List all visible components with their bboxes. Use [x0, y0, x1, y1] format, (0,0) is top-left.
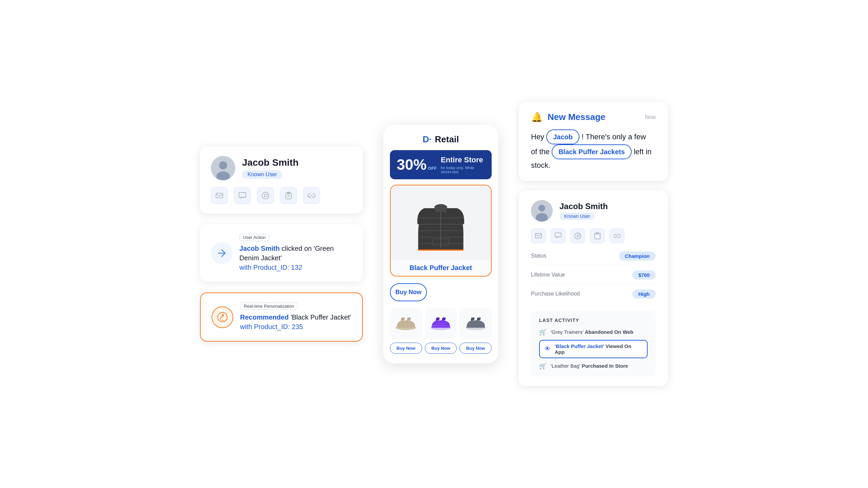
app-logo-text: Retail — [435, 134, 459, 145]
activity-item-3: 🛒 'Leather Bag' Purchased In Store — [539, 362, 648, 370]
promo-percent: 30% — [397, 157, 427, 172]
svg-point-8 — [218, 312, 227, 322]
svg-rect-20 — [555, 233, 561, 237]
lifetime-row: Lifetime Value $700 — [531, 270, 656, 284]
svg-rect-3 — [216, 193, 223, 198]
email-channel-icon[interactable] — [211, 187, 228, 204]
bell-icon: 🔔 — [531, 111, 543, 123]
shoe-item-1 — [390, 308, 422, 339]
message-card: 🔔 New Message Now Hey Jacob ! There's on… — [519, 102, 668, 181]
status-label: Status — [531, 253, 546, 259]
whatsapp-channel-icon[interactable] — [257, 187, 274, 204]
personalization-action: Recommended — [240, 313, 289, 321]
right-panel: 🔔 New Message Now Hey Jacob ! There's on… — [519, 102, 668, 386]
status-row: Status Champion — [531, 251, 656, 265]
profile-badge: Known User — [559, 212, 595, 220]
promo-banner: 30% OFF Entire Store for today only. Whi… — [390, 150, 492, 179]
status-value: Champion — [619, 251, 656, 261]
promo-text-wrap: Entire Store for today only. While stock… — [441, 156, 485, 174]
user-action-card: User Action Jacob Smith clicked on 'Gree… — [200, 224, 363, 282]
app-logo-icon: D· — [423, 134, 432, 145]
activity-item-2: 👁 'Black Puffer Jacket' Viewed On App — [539, 340, 648, 358]
svg-point-21 — [575, 233, 581, 239]
shoe-buy-button-3[interactable]: Buy Now — [459, 343, 492, 354]
message-title: 🔔 New Message — [531, 111, 606, 123]
featured-product: Black Puffer Jacket — [390, 185, 492, 277]
promo-percent-wrap: 30% OFF — [397, 157, 437, 172]
profile-phone-icon[interactable] — [570, 228, 585, 243]
app-header: D· Retail — [383, 125, 498, 150]
profile-name: Jacob Smith — [559, 202, 608, 211]
message-time: Now — [645, 114, 656, 120]
message-title-text: New Message — [548, 112, 606, 122]
mobile-app: D· Retail 30% OFF Entire Store for tod — [383, 125, 498, 363]
personalization-label: Real-time Personalization — [240, 303, 298, 310]
action-label: User Action — [239, 234, 269, 241]
link-channel-icon[interactable] — [303, 187, 320, 204]
chat-channel-icon[interactable] — [234, 187, 251, 204]
personalization-product: 'Black Puffer Jacket' — [289, 313, 351, 321]
profile-chat-icon[interactable] — [551, 228, 566, 243]
action-product-id: with Product_ID: 132 — [239, 264, 302, 271]
profile-header: Jacob Smith Known User — [531, 200, 656, 222]
user-info: Jacob Smith Known User — [211, 156, 352, 180]
cart-icon-2: 🛒 — [539, 362, 547, 370]
action-text: Jacob Smith clicked on 'Green Denim Jack… — [239, 244, 352, 272]
main-container: Jacob Smith Known User — [200, 102, 668, 386]
svg-rect-19 — [535, 233, 541, 238]
personalization-product-id: with Product_ID: 235 — [240, 323, 303, 330]
personalization-content: Real-time Personalization Recommended 'B… — [240, 303, 351, 331]
profile-email-icon[interactable] — [531, 228, 546, 243]
profile-channels — [531, 228, 656, 243]
lifetime-value: $700 — [632, 270, 656, 280]
personalization-icon — [212, 306, 233, 328]
personalization-text: Recommended 'Black Puffer Jacket' with P… — [240, 312, 351, 331]
activity-item-1: 🛒 'Grey Trainers' Abandoned On Web — [539, 328, 648, 336]
action-user-name: Jacob Smith — [239, 245, 280, 252]
svg-point-4 — [262, 192, 269, 199]
message-header: 🔔 New Message Now — [531, 111, 656, 123]
shoes-row — [383, 308, 498, 339]
user-details: Jacob Smith Known User — [242, 157, 298, 179]
promo-main: Entire Store — [441, 156, 485, 164]
message-text2: of the — [531, 147, 550, 156]
activity-title: LAST ACTIVITY — [539, 318, 648, 323]
promo-off: OFF — [428, 166, 437, 170]
svg-point-17 — [538, 205, 545, 211]
shoe-buy-button-2[interactable]: Buy Now — [425, 343, 457, 354]
shoe-buy-button-1[interactable]: Buy Now — [390, 343, 422, 354]
eye-icon: 👁 — [545, 345, 551, 352]
promo-sub: for today only. While stocks last. — [441, 166, 485, 174]
svg-point-9 — [222, 314, 223, 316]
app-logo: D· Retail — [423, 134, 459, 145]
personalization-card: Real-time Personalization Recommended 'B… — [200, 292, 363, 342]
message-name-pill: Jacob — [546, 129, 579, 144]
cart-icon-1: 🛒 — [539, 328, 547, 336]
profile-clipboard-icon[interactable] — [590, 228, 605, 243]
shoe-item-2 — [425, 308, 457, 339]
shoes-buy-row: Buy Now Buy Now Buy Now — [383, 343, 498, 354]
profile-link-icon[interactable] — [610, 228, 625, 243]
scene: Jacob Smith Known User — [0, 0, 868, 488]
profile-avatar — [531, 200, 553, 222]
user-card: Jacob Smith Known User — [200, 146, 363, 214]
shoe-item-3 — [459, 308, 492, 339]
action-icon — [211, 242, 233, 264]
activity-section: LAST ACTIVITY 🛒 'Grey Trainers' Abandone… — [531, 311, 656, 377]
profile-card: Jacob Smith Known User — [519, 190, 668, 386]
activity-text-2: 'Black Puffer Jacket' Viewed On App — [555, 343, 642, 355]
action-content: User Action Jacob Smith clicked on 'Gree… — [239, 234, 352, 272]
profile-name-wrap: Jacob Smith Known User — [559, 202, 608, 220]
channel-icons — [211, 187, 352, 204]
profile-stats: Status Champion Lifetime Value $700 Purc… — [531, 251, 656, 303]
activity-text-3: 'Leather Bag' Purchased In Store — [551, 363, 628, 369]
purchase-label: Purchase Likelihood — [531, 291, 580, 297]
center-panel: D· Retail 30% OFF Entire Store for tod — [383, 125, 498, 363]
activity-text-1: 'Grey Trainers' Abandoned On Web — [551, 329, 633, 335]
buy-now-button[interactable]: Buy Now — [390, 283, 427, 301]
message-body: Hey Jacob ! There's only a few of the Bl… — [531, 129, 656, 171]
featured-product-image — [391, 185, 491, 260]
featured-product-name: Black Puffer Jacket — [391, 260, 491, 276]
clipboard-channel-icon[interactable] — [280, 187, 297, 204]
known-user-badge: Known User — [242, 170, 282, 179]
